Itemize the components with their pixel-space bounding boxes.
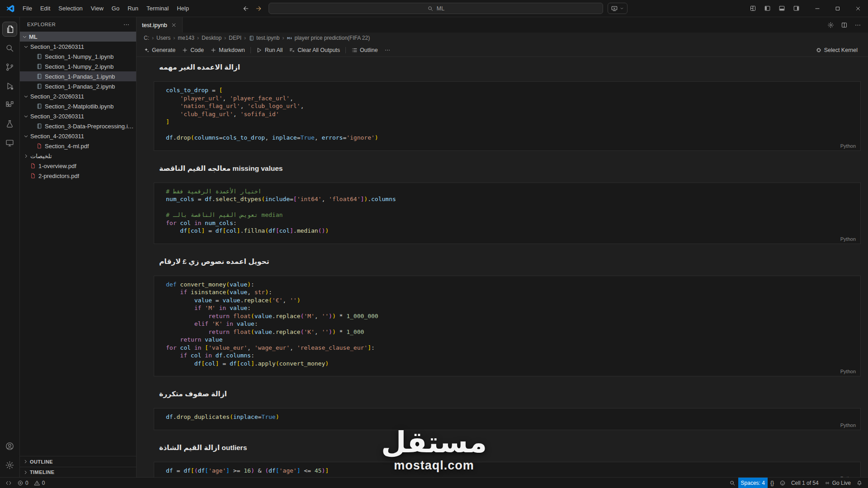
copilot-menu-button[interactable]: [608, 3, 627, 14]
file-section-1-numpy-2-ipynb[interactable]: Section_1-Numpy_2.ipynb: [20, 61, 136, 71]
breadcrumb-item-player-price-prediction-fifa-22[interactable]: player price prediction(FIFA 22): [286, 35, 371, 41]
explorer-actions-icon[interactable]: [123, 21, 130, 28]
code-cell[interactable]: df = df[(df['age'] >= 16) & (df['age'] <…: [154, 462, 861, 478]
menu-terminal[interactable]: Terminal: [142, 3, 173, 14]
activitybar-settings[interactable]: [0, 455, 20, 474]
ellipsis-icon: [384, 47, 391, 53]
file-section-1-pandas-1-ipynb[interactable]: Section_1-Pandas_1.ipynb: [20, 71, 136, 81]
minimize-button[interactable]: [807, 0, 827, 17]
toolbar-generate-button[interactable]: Generate: [140, 45, 179, 56]
activitybar-search[interactable]: [0, 38, 20, 57]
layout-control-layout-sidebar-right-icon[interactable]: [790, 3, 802, 14]
status-notifications[interactable]: [854, 478, 865, 488]
breadcrumb-item-users[interactable]: Users: [156, 35, 171, 41]
close-button[interactable]: [848, 0, 868, 17]
code-token: .: [272, 313, 276, 319]
editor-action-gear-icon[interactable]: [825, 19, 836, 30]
markdown-cell[interactable]: ازالة صفوف متكررة: [159, 390, 861, 398]
toolbar-clear-all-outputs-button[interactable]: Clear All Outputs: [286, 45, 343, 56]
menu-file[interactable]: File: [19, 3, 36, 14]
file-section-2-matplotlib-ipynb[interactable]: Section_2-Matplotlib.ipynb: [20, 101, 136, 111]
folder-section-4-20260311[interactable]: Section_4-20260311: [20, 131, 136, 141]
code-cell[interactable]: def convert_money(value): if isinstance(…: [154, 276, 861, 377]
folder-[interactable]: تلخيصات: [20, 151, 136, 161]
code-editor[interactable]: def convert_money(value): if isinstance(…: [154, 276, 860, 368]
folder-section-3-20260311[interactable]: Section_3-20260311: [20, 111, 136, 121]
menubar: FileEditSelectionViewGoRunTerminalHelp: [19, 3, 193, 14]
code-line: value = value.replace('€', ''): [166, 296, 856, 305]
status-go-live[interactable]: Go Live: [821, 478, 854, 488]
breadcrumb-item-depi[interactable]: DEPI: [228, 35, 242, 41]
status-problems-errors[interactable]: 0: [14, 478, 31, 488]
status-search-status[interactable]: [726, 478, 738, 488]
code-editor[interactable]: # اختيار الأعمدة الرقمية فقطnum_cols = d…: [154, 183, 860, 235]
menu-view[interactable]: View: [87, 3, 108, 14]
menu-help[interactable]: Help: [173, 3, 193, 14]
layout-control-layout-sidebar-left-icon[interactable]: [761, 3, 774, 14]
activitybar-remote-explorer[interactable]: [0, 133, 20, 152]
status-notebook-cell-indicator[interactable]: Cell 1 of 54: [788, 478, 821, 488]
menu-selection[interactable]: Selection: [54, 3, 86, 14]
code-editor[interactable]: df.drop_duplicates(inplace=True): [154, 408, 860, 421]
breadcrumb-item-c[interactable]: C:: [143, 35, 150, 41]
markdown-cell[interactable]: تحويل اعمده نصوص زي £ لارقام: [159, 258, 861, 266]
code-token: *: [336, 328, 346, 335]
activitybar-extensions[interactable]: [0, 95, 20, 114]
status-indentation[interactable]: Spaces: 4: [738, 478, 768, 488]
breadcrumb-item-desktop[interactable]: Desktop: [201, 35, 222, 41]
toolbar-outline-button[interactable]: Outline: [348, 45, 381, 56]
code-cell[interactable]: # اختيار الأعمدة الرقمية فقطnum_cols = d…: [154, 183, 861, 244]
status-language-brackets[interactable]: {}: [768, 478, 777, 488]
file-section-1-pandas-2-ipynb[interactable]: Section_1-Pandas_2.ipynb: [20, 81, 136, 91]
activitybar-run-debug[interactable]: [0, 76, 20, 95]
file-section-1-numpy-1-ipynb[interactable]: Section_1-Numpy_1.ipynb: [20, 52, 136, 61]
forward-button[interactable]: [253, 3, 264, 14]
panel-timeline[interactable]: TIMELINE: [20, 467, 136, 477]
activitybar-source-control[interactable]: [0, 57, 20, 76]
search-input[interactable]: ML: [269, 3, 603, 14]
file-section-4-ml-pdf[interactable]: Section_4-ml.pdf: [20, 141, 136, 151]
panel-outline[interactable]: OUTLINE: [20, 456, 136, 467]
back-button[interactable]: [241, 3, 251, 14]
activitybar-explorer[interactable]: [0, 19, 20, 38]
breadcrumb-item-me143[interactable]: me143: [177, 35, 195, 41]
toolbar-run-all-button[interactable]: Run All: [253, 45, 286, 56]
folder-root-ml[interactable]: ML: [20, 32, 136, 42]
toolbar-select-kernel-button[interactable]: Select Kernel: [812, 45, 861, 56]
markdown-cell[interactable]: ازالة الاعمده الغير مهمه: [159, 63, 861, 71]
file-1-overview-pdf[interactable]: 1-overview.pdf: [20, 161, 136, 171]
code-token: 'value_eur': [208, 344, 247, 351]
code-cell[interactable]: df.drop_duplicates(inplace=True)Python: [154, 408, 861, 430]
folder-section-1-20260311[interactable]: Section_1-20260311: [20, 42, 136, 52]
menu-run[interactable]: Run: [123, 3, 142, 14]
toolbar-more-actions-button[interactable]: [381, 45, 394, 56]
maximize-button[interactable]: [827, 0, 848, 17]
layout-control-layout-panel-icon[interactable]: [775, 3, 788, 14]
activitybar-accounts[interactable]: [0, 436, 20, 455]
status-feedback[interactable]: [777, 478, 788, 488]
breadcrumb-item-test-ipynb[interactable]: test.ipynb: [248, 35, 280, 41]
status-problems-warnings[interactable]: 0: [31, 478, 48, 488]
markdown-cell[interactable]: ازالة القيم الشاذة outliers: [159, 444, 861, 452]
code-cell[interactable]: cols_to_drop = [ 'player_url', 'player_f…: [154, 81, 861, 151]
editor-action-split-editor-icon[interactable]: [838, 19, 850, 30]
layout-control-layout-grid-icon[interactable]: [746, 3, 759, 14]
code-token: '': [321, 328, 329, 335]
menu-go[interactable]: Go: [108, 3, 123, 14]
folder-section-2-20260311[interactable]: Section_2-20260311: [20, 91, 136, 101]
markdown-cell[interactable]: معالجه القيم الناقصة missing values: [159, 164, 861, 173]
status-remote-indicator[interactable]: [3, 478, 14, 488]
toolbar-code-button[interactable]: Code: [179, 45, 207, 56]
toolbar-markdown-button[interactable]: Markdown: [207, 45, 248, 56]
arrow-left-icon: [242, 5, 250, 12]
code-editor[interactable]: cols_to_drop = [ 'player_url', 'player_f…: [154, 82, 860, 142]
tab-close-icon[interactable]: [171, 22, 177, 28]
code-editor[interactable]: df = df[(df['age'] >= 16) & (df['age'] <…: [154, 462, 860, 475]
menu-edit[interactable]: Edit: [36, 3, 54, 14]
file-section-3-data-preprocessing-ipynb[interactable]: Section_3-Data-Preprocessing.ipynb: [20, 121, 136, 131]
file-2-predictors-pdf[interactable]: 2-predictors.pdf: [20, 171, 136, 181]
tab-test-ipynb[interactable]: test.ipynb: [137, 17, 183, 33]
activitybar-testing[interactable]: [0, 114, 20, 133]
editor-action-ellipsis-icon[interactable]: [852, 19, 863, 30]
code-token: errors: [321, 134, 343, 141]
